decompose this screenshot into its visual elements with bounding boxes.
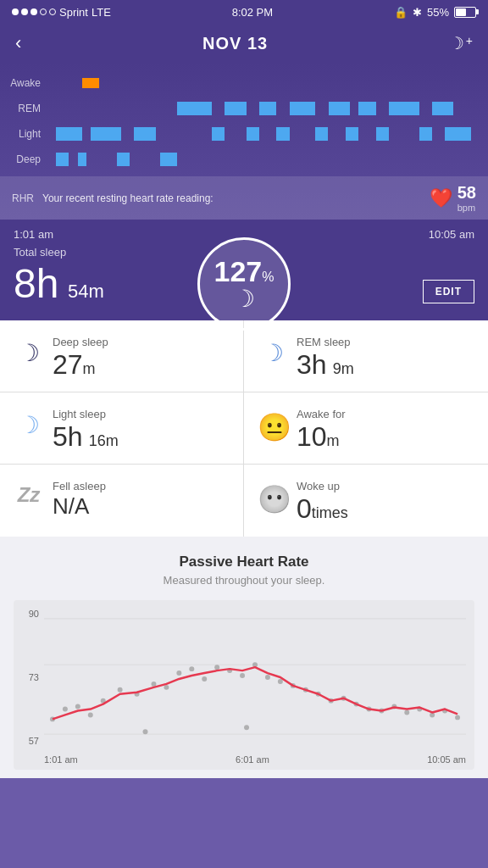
deep-sleep-cell: ☽ Deep sleep 27m xyxy=(0,320,244,392)
woke-up-content: Woke up 0times xyxy=(297,480,348,524)
svg-point-5 xyxy=(75,704,80,709)
svg-point-6 xyxy=(88,712,93,717)
chart-x-labels: 1:01 am 6:01 am 10:05 am xyxy=(44,754,466,765)
total-sleep-value: 8h 54m xyxy=(14,260,104,307)
fell-asleep-content: Fell asleep N/A xyxy=(53,480,106,519)
deep-sleep-label: Deep sleep xyxy=(53,336,108,348)
light-sleep-label: Light sleep xyxy=(53,408,119,420)
details-grid: ☽ Deep sleep 27m ☽ REM sleep 3h 9m ☽ Lig… xyxy=(0,320,488,537)
svg-point-8 xyxy=(118,687,123,692)
awake-row: Awake xyxy=(8,71,480,95)
rem-sleep-content: REM sleep 3h 9m xyxy=(297,336,354,380)
sleep-score-circle: 127 % ☽ xyxy=(197,237,291,331)
time-label: 8:02 PM xyxy=(232,6,273,19)
x-label-start: 1:01 am xyxy=(44,754,78,765)
y-label-90: 90 xyxy=(15,609,39,619)
sleep-minutes: 54m xyxy=(68,281,104,302)
sleep-hours: 8h xyxy=(14,261,58,306)
score-number: 127 xyxy=(214,255,263,288)
summary-content: Total sleep 8h 54m 127 % ☽ EDIT xyxy=(14,246,474,307)
y-label-73: 73 xyxy=(15,672,39,682)
svg-point-36 xyxy=(244,725,249,730)
chart-container: 90 73 57 xyxy=(14,600,474,770)
svg-point-14 xyxy=(202,676,207,682)
awake-bar-1 xyxy=(82,78,99,88)
svg-point-30 xyxy=(404,709,409,715)
svg-point-4 xyxy=(63,706,68,711)
rem-bar-6 xyxy=(358,102,375,115)
svg-point-11 xyxy=(164,684,169,689)
total-sleep-label: Total sleep xyxy=(14,246,104,259)
awake-bars xyxy=(47,75,480,92)
light-bar-10 xyxy=(419,127,432,141)
sleep-summary: 1:01 am 10:05 am Total sleep 8h 54m 127 … xyxy=(0,220,488,320)
bluetooth-icon: ✱ xyxy=(413,6,422,19)
phr-title: Passive Heart Rate xyxy=(14,554,474,570)
light-bar-2 xyxy=(91,127,121,141)
rem-sleep-label: REM sleep xyxy=(297,336,354,348)
battery-percent: 55% xyxy=(427,6,449,19)
rhr-value-group: 58 bpm xyxy=(458,183,476,213)
heart-rate-chart xyxy=(44,610,466,744)
status-left: Sprint LTE xyxy=(12,6,111,19)
awake-for-content: Awake for 10m xyxy=(297,408,346,452)
svg-point-34 xyxy=(455,715,460,720)
light-bar-4 xyxy=(212,127,225,141)
light-label: Light xyxy=(8,128,47,140)
rhr-label: RHR xyxy=(12,192,42,204)
chart-y-labels: 90 73 57 xyxy=(15,609,39,746)
rem-row: REM xyxy=(8,97,480,120)
page-title: NOV 13 xyxy=(202,34,268,53)
moon-icon: ☽ xyxy=(449,33,464,53)
total-sleep-group: Total sleep 8h 54m xyxy=(14,246,104,307)
deep-bar-3 xyxy=(117,153,130,166)
svg-point-15 xyxy=(214,665,219,670)
back-button[interactable]: ‹ xyxy=(15,32,21,54)
light-bar-8 xyxy=(346,127,358,141)
light-sleep-value: 5h 16m xyxy=(53,422,119,452)
x-label-end: 10:05 am xyxy=(427,754,466,765)
awake-for-cell: 😐 Awake for 10m xyxy=(244,392,488,465)
rem-bar-2 xyxy=(225,102,247,115)
deep-sleep-icon: ☽ xyxy=(14,339,44,367)
light-bar-9 xyxy=(376,127,389,141)
dot2 xyxy=(21,8,28,15)
svg-point-10 xyxy=(151,682,156,687)
deep-label: Deep xyxy=(8,153,47,165)
light-bars xyxy=(47,125,480,142)
heart-rate-line xyxy=(53,667,458,719)
fell-asleep-icon: Zz xyxy=(14,483,44,507)
rem-bar-3 xyxy=(259,102,276,115)
plus-icon: + xyxy=(466,34,473,47)
light-bar-1 xyxy=(56,127,82,141)
light-bar-6 xyxy=(276,127,289,141)
deep-bar-4 xyxy=(160,153,177,166)
fell-asleep-value: N/A xyxy=(53,494,106,519)
dot5 xyxy=(49,8,56,15)
moon-plus-button[interactable]: ☽ + xyxy=(449,33,473,53)
start-time: 1:01 am xyxy=(14,228,53,241)
score-display: 127 % xyxy=(214,255,274,288)
svg-point-19 xyxy=(265,675,270,680)
sleep-stages: Awake REM Light xyxy=(0,71,488,171)
deep-bars xyxy=(47,151,480,168)
rem-bar-5 xyxy=(329,102,351,115)
phr-subtitle: Measured throughout your sleep. xyxy=(14,574,474,587)
light-bar-7 xyxy=(315,127,328,141)
rem-sleep-icon: ☽ xyxy=(258,339,288,367)
sleep-details: ☽ Deep sleep 27m ☽ REM sleep 3h 9m ☽ Lig… xyxy=(0,320,488,537)
awake-label: Awake xyxy=(8,77,47,89)
end-time: 10:05 am xyxy=(429,228,474,241)
status-right: 🔒 ✱ 55% xyxy=(394,6,476,19)
fell-asleep-label: Fell asleep xyxy=(53,480,106,492)
svg-point-35 xyxy=(143,729,148,734)
rhr-value: 58 xyxy=(458,183,476,202)
status-bar: Sprint LTE 8:02 PM 🔒 ✱ 55% xyxy=(0,0,488,24)
rhr-unit: bpm xyxy=(458,203,476,213)
lock-icon: 🔒 xyxy=(394,6,408,19)
svg-point-12 xyxy=(176,670,181,676)
battery-fill xyxy=(456,8,466,16)
battery-icon xyxy=(454,7,476,18)
dot4 xyxy=(40,8,47,15)
edit-button[interactable]: EDIT xyxy=(423,280,474,303)
